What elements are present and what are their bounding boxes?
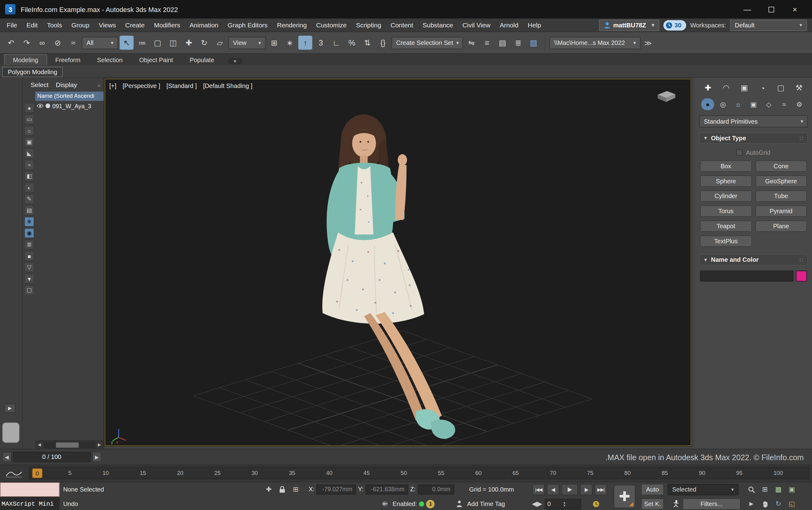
- menu-item[interactable]: File: [2, 19, 22, 31]
- scroll-right-icon[interactable]: ▶: [95, 441, 104, 449]
- pick-container-icon[interactable]: ▢: [24, 285, 34, 295]
- scroll-left-icon[interactable]: ◀: [35, 441, 44, 449]
- angle-snap-icon[interactable]: ∟: [329, 36, 343, 50]
- primitive-button[interactable]: Pyramid: [755, 206, 807, 217]
- primitive-category-dropdown[interactable]: Standard Primitives: [699, 115, 808, 127]
- use-pivot-center-icon[interactable]: ⊞: [267, 36, 281, 50]
- perspective-viewport[interactable]: [+] [Perspective ] [Standard ] [Default …: [105, 79, 691, 446]
- time-slider-frame-display[interactable]: 0 / 100: [13, 452, 90, 462]
- viewcube-widget[interactable]: [654, 89, 677, 104]
- scrollbar-thumb[interactable]: [56, 442, 79, 448]
- ribbon-tab-modeling[interactable]: Modeling: [4, 55, 47, 65]
- object-name-field[interactable]: [700, 271, 793, 281]
- lights-category-icon[interactable]: ☼: [732, 98, 745, 111]
- viewport-layout-tab-button[interactable]: [2, 422, 20, 443]
- name-and-color-rollout[interactable]: Name and Color ∷: [699, 254, 808, 266]
- ribbon-tab-selection[interactable]: Selection: [89, 55, 131, 65]
- select-and-rotate-icon[interactable]: ↻: [197, 36, 211, 50]
- menu-item[interactable]: Scripting: [351, 19, 386, 31]
- hierarchy-tab-icon[interactable]: ▣: [737, 82, 751, 94]
- select-and-scale-icon[interactable]: ▱: [213, 36, 227, 50]
- spacewarps-category-icon[interactable]: ≈: [778, 98, 790, 111]
- frame-back-icon[interactable]: ◀: [2, 452, 11, 462]
- pan-view-icon[interactable]: [759, 498, 771, 509]
- display-helpers-icon[interactable]: ◣: [24, 149, 34, 158]
- explorer-menu-overflow-icon[interactable]: »: [97, 82, 100, 88]
- spinner-arrows-icon[interactable]: ▲▼: [563, 501, 578, 507]
- key-filters-button[interactable]: Filters...: [683, 498, 740, 509]
- ribbon-flyout-icon[interactable]: [228, 58, 242, 64]
- expand-panel-icon[interactable]: ▶: [4, 403, 16, 413]
- scene-explorer-toggle-icon[interactable]: ▤: [496, 36, 510, 50]
- ribbon-tab-freeform[interactable]: Freeform: [47, 55, 89, 65]
- go-to-end-icon[interactable]: ▶▶|: [594, 484, 607, 495]
- time-configuration-icon[interactable]: [590, 498, 602, 509]
- menu-item[interactable]: Group: [67, 19, 94, 31]
- menu-item[interactable]: Arnold: [495, 19, 523, 31]
- go-to-start-icon[interactable]: |◀◀: [532, 484, 545, 495]
- select-and-manipulate-icon[interactable]: ∗: [283, 36, 297, 50]
- explorer-column-header[interactable]: Name (Sorted Ascendi: [35, 92, 104, 101]
- pan-zoom-2d-icon[interactable]: ►: [746, 498, 757, 509]
- transform-gizmo-icon[interactable]: ✚: [263, 484, 274, 495]
- zoom-icon[interactable]: [746, 484, 757, 495]
- key-filters-icon[interactable]: [379, 498, 390, 509]
- primitive-button[interactable]: Cone: [755, 160, 807, 172]
- select-influences-icon[interactable]: ●: [24, 103, 34, 113]
- selected-key-set-dropdown[interactable]: Selected: [668, 484, 738, 495]
- advanced-filter-icon[interactable]: ▼: [24, 274, 34, 283]
- menu-item[interactable]: Civil View: [458, 19, 495, 31]
- play-animation-icon[interactable]: ▶: [561, 484, 578, 495]
- named-selection-sets-icon[interactable]: {}: [376, 36, 390, 50]
- freeze-selection-icon[interactable]: ❄: [24, 217, 34, 227]
- menu-item[interactable]: Tools: [42, 19, 66, 31]
- keyboard-shortcut-override-icon[interactable]: ↑: [298, 36, 312, 50]
- primitive-button[interactable]: Tube: [755, 190, 807, 202]
- x-coord-field[interactable]: -79.027mm: [317, 484, 356, 494]
- select-object-icon[interactable]: ↖: [120, 36, 134, 50]
- named-selection-set-dropdown[interactable]: Create Selection Set: [392, 37, 463, 49]
- menu-item[interactable]: Customize: [312, 19, 351, 31]
- display-xrefs-icon[interactable]: ◐: [24, 183, 34, 192]
- primitive-button[interactable]: Teapot: [700, 220, 752, 232]
- y-coord-field[interactable]: -621.838mm: [366, 484, 408, 494]
- menu-item[interactable]: Content: [386, 19, 418, 31]
- zoom-extents-icon[interactable]: ▩: [773, 484, 784, 495]
- display-frozen-icon[interactable]: ■: [24, 251, 34, 261]
- frame-forward-icon[interactable]: ▶: [92, 452, 101, 462]
- absolute-mode-icon[interactable]: ⊞: [290, 484, 301, 495]
- orbit-viewport-icon[interactable]: ↻: [773, 498, 784, 509]
- modify-tab-icon[interactable]: ◠: [719, 82, 733, 94]
- systems-category-icon[interactable]: ⚙: [793, 98, 806, 111]
- create-tab-icon[interactable]: ✚: [701, 82, 715, 94]
- ribbon-tab-object-paint[interactable]: Object Paint: [131, 55, 181, 65]
- next-frame-icon[interactable]: |▶: [580, 484, 592, 495]
- menu-item[interactable]: Create: [121, 19, 149, 31]
- create-key-button[interactable]: ✚: [614, 485, 636, 508]
- menu-item[interactable]: Modifiers: [149, 19, 185, 31]
- shapes-category-icon[interactable]: ◎: [717, 98, 729, 111]
- viewport-shading-menu[interactable]: [Default Shading ]: [203, 83, 253, 90]
- menu-item[interactable]: Substance: [418, 19, 458, 31]
- zoom-all-icon[interactable]: ⊞: [759, 484, 771, 495]
- explorer-menu[interactable]: Select: [27, 80, 52, 90]
- rectangular-selection-region-icon[interactable]: ▢: [151, 36, 165, 50]
- z-coord-field[interactable]: 0.0mm: [418, 484, 454, 494]
- object-type-rollout[interactable]: Object Type ∷: [699, 132, 808, 144]
- menu-item[interactable]: Graph Editors: [223, 19, 272, 31]
- visibility-eye-icon[interactable]: [37, 103, 44, 108]
- display-lights-icon[interactable]: ☼: [24, 126, 34, 136]
- set-key-button[interactable]: Set K.: [641, 498, 664, 509]
- minimize-button[interactable]: —: [735, 0, 759, 19]
- zoom-extents-all-icon[interactable]: ▣: [786, 484, 798, 495]
- toolbar-overflow-icon[interactable]: ≫: [642, 38, 654, 47]
- project-path-dropdown[interactable]: \\Mac\Home...s Max 2022: [549, 37, 641, 49]
- spinner-snap-icon[interactable]: ⇅: [360, 36, 374, 50]
- track-bar[interactable]: 0 51015202530354045505560657075808590951…: [0, 465, 812, 482]
- menu-item[interactable]: Help: [523, 19, 546, 31]
- ribbon-subtab-polygon-modeling[interactable]: Polygon Modeling: [2, 66, 63, 77]
- workspace-dropdown[interactable]: Default: [730, 19, 807, 31]
- select-and-move-icon[interactable]: ✚: [182, 36, 196, 50]
- display-geometry-icon[interactable]: ▭: [24, 114, 34, 124]
- menu-item[interactable]: Views: [94, 19, 121, 31]
